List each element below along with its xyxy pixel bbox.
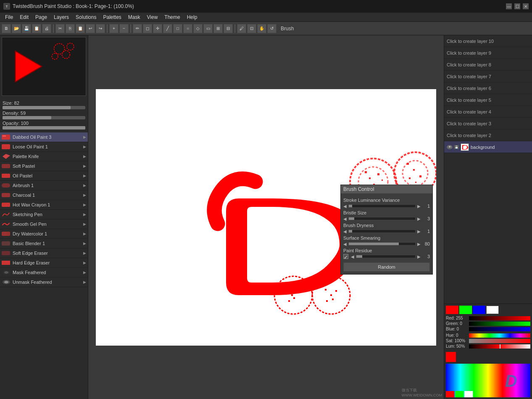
brush-item-palette-knife[interactable]: Palette Knife ▶	[0, 152, 88, 161]
tool-brush[interactable]: ✏	[133, 24, 142, 33]
tool-select[interactable]: ⊡	[247, 24, 256, 33]
layer-item-5[interactable]: Click to create layer 5	[444, 94, 532, 106]
menu-solutions[interactable]: Solutions	[72, 13, 100, 21]
tool-zoom-in[interactable]: +	[109, 24, 119, 33]
brush-item-soft-eraser[interactable]: Soft Edge Eraser ▶	[0, 248, 88, 258]
menu-theme[interactable]: Theme	[161, 13, 183, 21]
tool-ellipse[interactable]: ○	[183, 24, 192, 33]
brush-item-dry-watercolor[interactable]: Dry Watercolor 1 ▶	[0, 229, 88, 239]
menu-mask[interactable]: Mask	[125, 13, 144, 21]
tool-grid[interactable]: ⊞	[213, 24, 223, 33]
opacity-track[interactable]	[3, 126, 85, 129]
bc-smearing-track[interactable]	[348, 242, 416, 246]
canvas-area[interactable]: Brush Control Stroke Luminance Variance …	[88, 35, 444, 399]
red-bar[interactable]	[469, 316, 530, 320]
bc-smearing-left[interactable]: ◀	[343, 242, 347, 246]
bc-residue-track[interactable]	[356, 255, 416, 258]
maximize-button[interactable]: ☐	[514, 3, 520, 9]
brush-item-mask-feathered[interactable]: Mask Feathered ▶	[0, 268, 88, 277]
menu-view[interactable]: View	[144, 13, 161, 21]
bc-dryness-left[interactable]: ◀	[343, 229, 347, 234]
swatch-green[interactable]	[459, 306, 472, 314]
tool-redo[interactable]: ↪	[96, 24, 105, 33]
layer-item-8[interactable]: Click to create layer 8	[444, 59, 532, 71]
menu-help[interactable]: Help	[184, 13, 201, 21]
bc-bristle-left[interactable]: ◀	[343, 217, 347, 221]
tool-pattern[interactable]: ⊟	[224, 24, 233, 33]
bc-dryness-track[interactable]	[348, 230, 416, 233]
titlebar-controls[interactable]: — ☐ ✕	[506, 3, 529, 9]
layer-item-6[interactable]: Click to create layer 6	[444, 82, 532, 94]
tool-open[interactable]: 📂	[12, 24, 21, 33]
size-track[interactable]	[3, 106, 85, 109]
green-bar[interactable]	[469, 322, 530, 326]
random-button[interactable]: Random	[343, 262, 430, 272]
brush-item-basic-blender[interactable]: Basic Blender 1 ▶	[0, 239, 88, 248]
tool-zoom-out[interactable]: −	[119, 24, 129, 33]
bc-stroke-lum-right[interactable]: ▶	[417, 204, 421, 209]
swatch-blue[interactable]	[473, 306, 485, 314]
menu-page[interactable]: Page	[32, 13, 50, 21]
bc-stroke-lum-left[interactable]: ◀	[343, 204, 347, 209]
blue-bar[interactable]	[469, 327, 530, 331]
tool-rotate[interactable]: ↺	[267, 24, 277, 33]
layer-item-10[interactable]: Click to create layer 10	[444, 35, 532, 47]
tool-save-as[interactable]: 📋	[32, 24, 41, 33]
layer-item-bg[interactable]: 👁 💾 background	[444, 141, 532, 153]
brush-item-charcoal[interactable]: Charcoal 1 ▶	[0, 190, 88, 200]
swatch-white[interactable]	[486, 306, 499, 314]
bc-bristle-track[interactable]	[348, 217, 416, 220]
layer-item-3[interactable]: Click to create layer 3	[444, 118, 532, 129]
tool-eraser[interactable]: ◻	[143, 24, 152, 33]
density-track[interactable]	[3, 116, 85, 119]
brush-item-sketching[interactable]: Sketching Pen ▶	[0, 210, 88, 219]
tool-rect[interactable]: □	[173, 24, 182, 33]
tool-print[interactable]: 🖨	[42, 24, 51, 33]
tool-eyedropper[interactable]: 🖊	[237, 24, 246, 33]
layer-item-4[interactable]: Click to create layer 4	[444, 106, 532, 118]
tool-undo[interactable]: ↩	[86, 24, 95, 33]
tool-save[interactable]: 💾	[22, 24, 31, 33]
tool-new[interactable]: 🗎	[2, 24, 11, 33]
sat-bar[interactable]	[469, 339, 530, 343]
bc-dryness-right[interactable]: ▶	[417, 229, 421, 234]
menu-edit[interactable]: Edit	[16, 13, 32, 21]
active-color-swatch[interactable]	[446, 352, 456, 362]
tool-fill[interactable]: ▭	[203, 24, 213, 33]
brush-item-hard-eraser[interactable]: Hard Edge Eraser ▶	[0, 258, 88, 268]
brush-item-unmask-feathered[interactable]: Unmask Feathered ▶	[0, 277, 88, 287]
brush-item-smooth-gel[interactable]: Smooth Gel Pen ▶	[0, 219, 88, 229]
layer-item-9[interactable]: Click to create layer 9	[444, 47, 532, 59]
bc-residue-checkbox[interactable]: ✓	[343, 254, 348, 259]
bc-smearing-right[interactable]: ▶	[417, 242, 421, 246]
bc-bristle-right[interactable]: ▶	[417, 217, 421, 221]
tool-diamond[interactable]: ◇	[193, 24, 203, 33]
brush-item-airbrush[interactable]: Airbrush 1 ▶	[0, 181, 88, 190]
hue-bar[interactable]	[469, 333, 530, 338]
brush-item-loose-oil[interactable]: Loose Oil Paint 1 ▶	[0, 142, 88, 152]
brush-item-oil-pastel[interactable]: Oil Pastel ▶	[0, 171, 88, 181]
bc-residue-left[interactable]: ◀	[351, 254, 354, 259]
tool-hand[interactable]: ✋	[257, 24, 266, 33]
menu-layers[interactable]: Layers	[50, 13, 72, 21]
layer-item-7[interactable]: Click to create layer 7	[444, 71, 532, 82]
layer-item-2[interactable]: Click to create layer 2	[444, 129, 532, 141]
tool-line[interactable]: ╱	[163, 24, 172, 33]
bc-residue-right[interactable]: ▶	[417, 254, 421, 259]
tool-paste[interactable]: 📋	[76, 24, 85, 33]
bc-stroke-lum-track[interactable]	[348, 204, 416, 208]
close-button[interactable]: ✕	[523, 3, 529, 9]
minimize-button[interactable]: —	[506, 3, 512, 9]
tool-copy[interactable]: ⎘	[66, 24, 75, 33]
brush-item-soft-pastel[interactable]: Soft Pastel ▶	[0, 161, 88, 171]
tool-cut[interactable]: ✂	[55, 24, 65, 33]
lum-bar[interactable]	[469, 344, 530, 349]
layer-eye-icon[interactable]: 👁	[447, 145, 453, 149]
brush-item-dabbed-oil[interactable]: Dabbed Oil Paint 3 ▶	[0, 132, 88, 142]
layer-save-icon[interactable]: 💾	[454, 145, 459, 149]
menu-palettes[interactable]: Palettes	[100, 13, 124, 21]
brush-item-hot-wax[interactable]: Hot Wax Crayon 1 ▶	[0, 200, 88, 210]
tool-move[interactable]: ✛	[153, 24, 162, 33]
swatch-red[interactable]	[446, 306, 458, 314]
color-gradient-picker[interactable]: D	[446, 364, 530, 397]
